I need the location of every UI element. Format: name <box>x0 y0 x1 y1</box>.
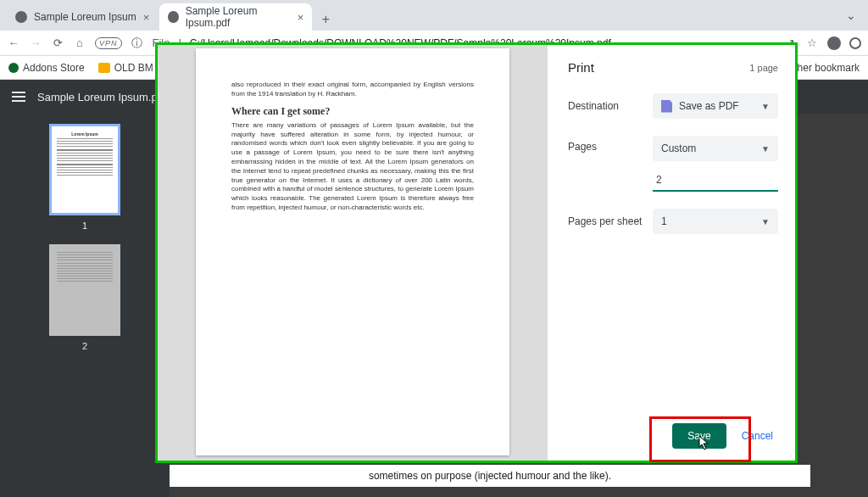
browser-tabstrip: Sample Loreum Ipsum × Sample Loreum Ipsu… <box>0 0 868 31</box>
chevron-down-icon: ▼ <box>761 144 770 154</box>
store-icon <box>8 63 19 73</box>
back-icon[interactable]: ← <box>7 36 20 50</box>
home-icon[interactable]: ⌂ <box>73 36 86 50</box>
pages-per-sheet-label: Pages per sheet <box>568 215 653 227</box>
reload-icon[interactable]: ⟳ <box>51 36 64 50</box>
thumbnail-number: 2 <box>82 341 87 351</box>
extension-icon[interactable] <box>827 36 841 50</box>
thumbnail-1[interactable]: Lorem Ipsum 1 <box>0 124 170 231</box>
preview-body: There are many variations of passages of… <box>231 121 474 213</box>
extension-icon[interactable] <box>849 37 861 49</box>
save-button[interactable]: Save <box>672 423 726 449</box>
pdf-filename: Sample Loreum Ipsum.pdf <box>37 91 166 103</box>
preview-heading: Where can I get some? <box>231 104 474 118</box>
cancel-button[interactable]: Cancel <box>737 423 778 449</box>
pages-mode-dropdown[interactable]: Custom ▼ <box>653 136 778 161</box>
pages-per-sheet-dropdown[interactable]: 1 ▼ <box>653 209 778 234</box>
thumbnail-page: Lorem Ipsum <box>49 124 120 215</box>
chevron-down-icon: ▼ <box>761 102 770 111</box>
forward-icon[interactable]: → <box>29 36 42 50</box>
chevron-down-icon: ▼ <box>761 217 770 226</box>
print-settings-panel: Print 1 page Destination Save as PDF ▼ P… <box>548 45 795 461</box>
tab-title: Sample Loreum Ipsum.pdf <box>186 5 291 29</box>
pages-label: Pages <box>568 136 653 153</box>
tab-title: Sample Loreum Ipsum <box>34 11 136 23</box>
site-info-icon[interactable]: ⓘ <box>131 36 144 50</box>
vpn-badge[interactable]: VPN <box>95 37 122 49</box>
thumb-title: Lorem Ipsum <box>57 131 113 137</box>
print-dialog: also reproduced in their exact original … <box>155 42 798 463</box>
thumbnail-2[interactable]: 2 <box>0 244 170 351</box>
thumbnail-page <box>49 244 120 336</box>
globe-icon <box>168 11 178 23</box>
tab-0[interactable]: Sample Loreum Ipsum × <box>7 3 158 31</box>
thumbnail-number: 1 <box>82 221 87 231</box>
close-icon[interactable]: × <box>298 11 304 24</box>
destination-dropdown[interactable]: Save as PDF ▼ <box>653 93 778 119</box>
pages-range-input[interactable] <box>653 170 778 192</box>
close-icon[interactable]: × <box>143 11 150 24</box>
window-chevron-icon[interactable]: ⌄ <box>846 8 856 22</box>
star-icon[interactable]: ☆ <box>805 36 819 50</box>
destination-value: Save as PDF <box>679 100 739 112</box>
print-preview-page: also reproduced in their exact original … <box>196 48 509 455</box>
dialog-actions: Save Cancel <box>568 423 778 449</box>
page-text-fragment: sometimes on purpose (injected humour an… <box>170 465 810 487</box>
folder-icon <box>98 63 110 73</box>
bookmark-addons-store[interactable]: Addons Store <box>8 62 85 74</box>
preview-paragraph: also reproduced in their exact original … <box>231 81 474 99</box>
print-preview-area: also reproduced in their exact original … <box>158 45 548 461</box>
globe-icon <box>15 11 27 23</box>
pages-mode-value: Custom <box>661 142 696 154</box>
bookmark-label: OLD BM <box>114 62 153 74</box>
menu-icon[interactable] <box>12 92 25 102</box>
bookmark-label: Addons Store <box>23 62 85 74</box>
bookmark-old-bm[interactable]: OLD BM <box>98 62 153 74</box>
destination-label: Destination <box>568 100 653 112</box>
print-title: Print <box>568 60 594 75</box>
print-page-count: 1 page <box>749 63 778 73</box>
pdf-icon <box>661 100 672 113</box>
tab-1-active[interactable]: Sample Loreum Ipsum.pdf × <box>159 3 312 31</box>
pages-per-sheet-value: 1 <box>661 215 667 227</box>
new-tab-button[interactable]: + <box>314 12 337 31</box>
thumbnail-sidebar: Lorem Ipsum 1 2 <box>0 114 170 497</box>
